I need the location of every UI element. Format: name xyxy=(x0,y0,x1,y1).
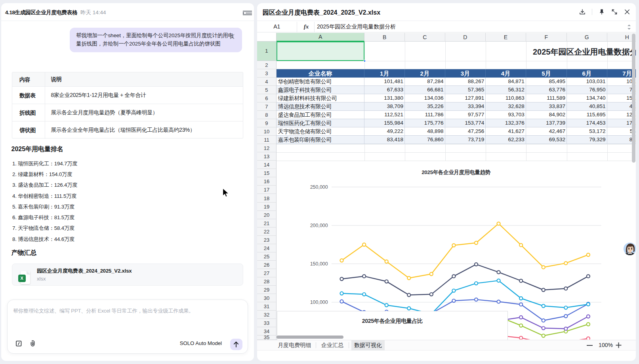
svg-text:150,000: 150,000 xyxy=(310,262,328,267)
svg-text:100,000: 100,000 xyxy=(310,300,328,305)
svg-text:250,000: 250,000 xyxy=(310,184,328,190)
svg-text:2025年各企业月度用电量趋势: 2025年各企业月度用电量趋势 xyxy=(422,170,490,176)
svg-text:200,000: 200,000 xyxy=(310,223,328,229)
